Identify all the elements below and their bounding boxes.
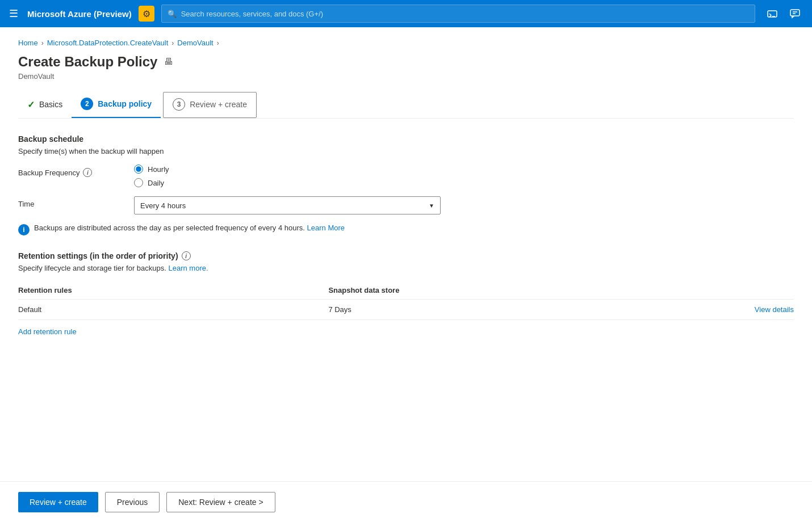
frequency-daily-radio[interactable] [134, 178, 143, 187]
step-1-label: Basics [39, 100, 62, 109]
add-retention-rule-link[interactable]: Add retention rule [18, 327, 77, 336]
breadcrumb-demo-vault[interactable]: DemoVault [177, 39, 213, 47]
app-title: Microsoft Azure (Preview) [27, 9, 132, 19]
retention-title: Retention settings (in the order of prio… [18, 251, 178, 260]
breadcrumb-home[interactable]: Home [18, 39, 38, 47]
frequency-daily-option[interactable]: Daily [134, 178, 169, 187]
step-3-circle: 3 [173, 98, 185, 111]
settings-badge[interactable]: ⚙ [139, 6, 154, 22]
time-row: Time Every 4 hours ▼ [18, 196, 794, 214]
topbar: ☰ Microsoft Azure (Preview) ⚙ 🔍 [0, 0, 812, 27]
hamburger-icon[interactable]: ☰ [7, 5, 20, 22]
svg-rect-2 [790, 10, 800, 16]
print-icon[interactable]: 🖶 [164, 57, 173, 67]
search-input[interactable] [181, 10, 749, 18]
frequency-info-icon[interactable]: i [83, 168, 92, 177]
frequency-daily-label: Daily [148, 179, 164, 187]
step-1-check: ✓ [27, 99, 35, 110]
retention-table: Retention rules Snapshot data store Defa… [18, 281, 794, 320]
frequency-row: Backup Frequency i Hourly Daily [18, 165, 794, 187]
search-icon: 🔍 [168, 10, 177, 18]
step-2-circle: 2 [81, 98, 93, 110]
frequency-radio-group: Hourly Daily [134, 165, 169, 187]
backup-schedule-section: Backup schedule Specify time(s) when the… [18, 134, 794, 235]
search-bar[interactable]: 🔍 [161, 5, 755, 23]
page-content: Home › Microsoft.DataProtection.CreateVa… [0, 27, 812, 481]
breadcrumb: Home › Microsoft.DataProtection.CreateVa… [18, 39, 794, 47]
badge-icon: ⚙ [143, 9, 150, 19]
wizard-step-review-create[interactable]: 3 Review + create [163, 92, 257, 118]
time-label: Time [18, 196, 120, 208]
page-title-row: Create Backup Policy 🖶 [18, 54, 794, 70]
frequency-hourly-option[interactable]: Hourly [134, 165, 169, 174]
col-header-rule: Retention rules [18, 281, 328, 300]
frequency-hourly-label: Hourly [148, 165, 169, 174]
page-title: Create Backup Policy [18, 54, 157, 70]
frequency-hourly-radio[interactable] [134, 165, 143, 174]
retention-subtitle: Specify lifecycle and storage tier for b… [18, 264, 794, 272]
col-header-snapshot: Snapshot data store [328, 281, 638, 300]
step-3-label: Review + create [190, 100, 247, 109]
chevron-down-icon: ▼ [429, 203, 434, 209]
learn-more-link[interactable]: Learn More [307, 224, 345, 232]
frequency-label: Backup Frequency i [18, 165, 120, 177]
feedback-icon[interactable] [785, 3, 805, 24]
breadcrumb-sep-1: › [41, 39, 44, 47]
wizard-step-backup-policy[interactable]: 2 Backup policy [72, 92, 161, 118]
retention-section: Retention settings (in the order of prio… [18, 251, 794, 336]
info-message: i Backups are distributed across the day… [18, 224, 794, 235]
page-subtitle: DemoVault [18, 72, 794, 81]
step-2-label: Backup policy [98, 99, 152, 108]
breadcrumb-create-vault[interactable]: Microsoft.DataProtection.CreateVault [47, 39, 169, 47]
time-dropdown[interactable]: Every 4 hours ▼ [134, 196, 441, 214]
main-content: Home › Microsoft.DataProtection.CreateVa… [0, 27, 812, 481]
table-row: Default 7 Days View details [18, 300, 794, 320]
cloud-shell-icon[interactable] [762, 3, 782, 24]
time-dropdown-value: Every 4 hours [140, 201, 186, 210]
wizard-step-basics[interactable]: ✓ Basics [18, 94, 72, 117]
view-details-link[interactable]: View details [755, 305, 794, 314]
rule-default: Default [18, 300, 328, 320]
retention-learn-more-link[interactable]: Learn more. [168, 264, 208, 272]
backup-schedule-title: Backup schedule [18, 134, 794, 144]
col-header-action [639, 281, 794, 300]
wizard-steps: ✓ Basics 2 Backup policy 3 Review + crea… [18, 92, 794, 119]
topbar-actions [762, 3, 805, 24]
retention-info-icon[interactable]: i [182, 251, 191, 260]
snapshot-7days: 7 Days [328, 300, 638, 320]
view-details-cell: View details [639, 300, 794, 320]
breadcrumb-sep-2: › [171, 39, 174, 47]
info-message-text: Backups are distributed across the day a… [34, 224, 345, 232]
retention-title-row: Retention settings (in the order of prio… [18, 251, 794, 260]
backup-schedule-subtitle: Specify time(s) when the backup will hap… [18, 147, 794, 155]
breadcrumb-sep-3: › [217, 39, 219, 47]
info-circle-icon: i [18, 224, 30, 235]
